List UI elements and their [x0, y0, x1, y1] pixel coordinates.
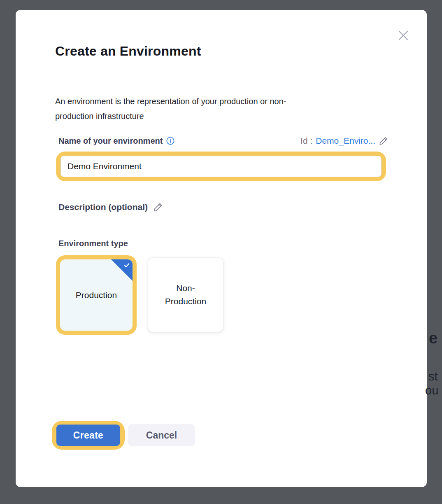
non-production-card-label: Non-Production [162, 282, 209, 308]
production-card-highlight-ring: Production [56, 255, 137, 335]
edit-id-pencil-icon[interactable] [379, 136, 388, 146]
edge-text-fragment-3: ou [425, 384, 438, 397]
production-card-label: Production [76, 289, 117, 302]
close-icon [397, 29, 409, 42]
environment-id-link[interactable]: Demo_Enviro... [316, 136, 375, 146]
environment-type-option-non-production[interactable]: Non-Production [148, 258, 223, 332]
environment-type-option-production[interactable]: Production [60, 259, 133, 331]
environment-type-label: Environment type [58, 239, 128, 248]
check-icon [123, 261, 130, 269]
create-button-highlight-ring: Create [52, 421, 125, 450]
name-label-row: Name of your environment Id : Demo_Envir… [58, 136, 388, 146]
dialog-title: Create an Environment [55, 44, 201, 59]
name-field-label-group: Name of your environment [58, 136, 175, 146]
cancel-button[interactable]: Cancel [128, 424, 195, 446]
edge-text-fragment-1: e [429, 329, 437, 347]
environment-id-prefix: Id : [300, 136, 312, 146]
environment-id-group: Id : Demo_Enviro... [300, 136, 388, 146]
description-field-label: Description (optional) [58, 202, 148, 212]
name-field-label: Name of your environment [58, 136, 163, 146]
dialog-description: An environment is the representation of … [55, 94, 323, 124]
close-button[interactable] [396, 28, 411, 43]
create-button[interactable]: Create [56, 425, 120, 446]
edge-text-fragment-2: st [428, 370, 438, 383]
description-field-row: Description (optional) [58, 202, 163, 212]
screen: { "overlay": { "background": "#54575C", … [0, 0, 442, 504]
name-input-highlight-ring [56, 152, 386, 181]
create-environment-dialog: Create an Environment An environment is … [16, 10, 427, 487]
environment-name-input[interactable] [60, 156, 382, 177]
info-circle-icon[interactable] [166, 136, 175, 145]
edit-description-pencil-icon[interactable] [153, 202, 163, 212]
